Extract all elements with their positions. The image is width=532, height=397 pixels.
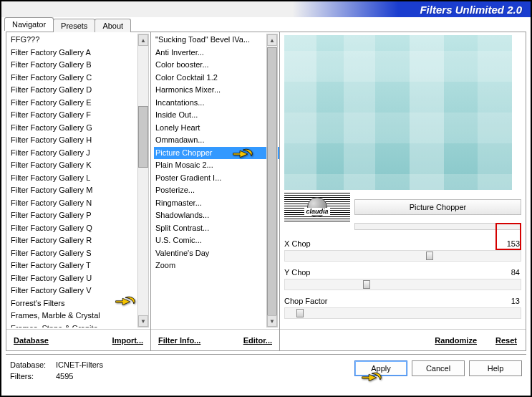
list-item[interactable]: Filter Factory Gallery C [9,72,150,85]
app-title: Filters Unlimited 2.0 [420,4,522,16]
list-item[interactable]: Filter Factory Gallery T [9,259,150,272]
scroll-thumb[interactable] [138,106,148,168]
list-item[interactable]: Zoom [154,259,279,272]
list-item[interactable]: Forrest's Filters [9,297,150,310]
list-item[interactable]: Split Contrast... [154,222,279,235]
filter-list[interactable]: "Sucking Toad" Bevel IVa...Anti Inverter… [154,34,279,327]
param-row: Y Chop84 [284,264,521,280]
list-item[interactable]: Filter Factory Gallery M [9,184,150,197]
filter-scrollbar[interactable]: ▲ ▼ [266,34,278,327]
param-row: Chop Factor13 [284,293,521,309]
tab-presets[interactable]: Presets [53,19,95,32]
tab-navigator[interactable]: Navigator [4,17,54,31]
editor-button[interactable]: Editor... [241,335,275,346]
current-filter-name: Picture Chopper [354,199,521,215]
scroll-down-icon[interactable]: ▼ [138,315,148,327]
status-filters-value: 4595 [56,372,73,381]
param-slider[interactable] [284,279,521,290]
list-item[interactable]: Filter Factory Gallery R [9,234,150,247]
status-db-value: ICNET-Filters [56,360,103,369]
list-item[interactable]: Inside Out... [154,109,279,122]
list-item[interactable]: Filter Factory Gallery E [9,97,150,110]
tab-about[interactable]: About [95,19,131,32]
list-item[interactable]: Filter Factory Gallery U [9,272,150,285]
list-item[interactable]: Anti Inverter... [154,47,279,59]
list-item[interactable]: Plain Mosaic 2... [154,159,279,172]
status-filters-label: Filters: [10,370,56,382]
list-item[interactable]: Filter Factory Gallery F [9,109,150,122]
list-item[interactable]: Filter Factory Gallery J [9,147,150,160]
list-item[interactable]: FFG??? [9,34,150,47]
category-scrollbar[interactable]: ▲ ▼ [137,34,149,327]
cancel-button[interactable]: Cancel [412,360,465,376]
param-label: X Chop [284,239,495,248]
category-column: FFG???Filter Factory Gallery AFilter Fac… [6,32,151,350]
param-value: 84 [495,268,521,277]
list-item[interactable]: Filter Factory Gallery S [9,247,150,260]
list-item[interactable]: U.S. Comic... [154,234,279,247]
main-panel: FFG???Filter Factory Gallery AFilter Fac… [6,32,526,351]
reset-button[interactable]: Reset [493,335,520,346]
list-item[interactable]: Poster Gradient I... [154,172,279,185]
scroll-up-icon[interactable]: ▲ [267,34,277,46]
status-db-label: Database: [10,359,56,370]
list-item[interactable]: Posterize... [154,184,279,197]
logo-text: claudia [304,208,329,215]
category-buttons: Database Import... [6,329,150,350]
list-item[interactable]: Filter Factory Gallery B [9,59,150,72]
scroll-thumb[interactable] [267,47,277,320]
list-item[interactable]: Frames, Marble & Crystal [9,310,150,322]
param-label: Y Chop [284,268,495,277]
list-item[interactable]: Filter Factory Gallery G [9,122,150,135]
list-item[interactable]: Incantations... [154,97,279,110]
list-item[interactable]: Color booster... [154,59,279,72]
filter-column: "Sucking Toad" Bevel IVa...Anti Inverter… [151,32,280,350]
list-item[interactable]: Filter Factory Gallery Q [9,222,150,235]
preview-buttons: Randomize Reset [280,329,526,350]
preview-column: claudia Picture Chopper X Chop153Y Chop8… [280,32,526,350]
scroll-down-icon[interactable]: ▼ [267,315,277,327]
list-item[interactable]: "Sucking Toad" Bevel IVa... [154,34,279,47]
list-item[interactable]: Harmonics Mixer... [154,84,279,97]
list-item[interactable]: Filter Factory Gallery D [9,84,150,97]
vendor-logo: claudia [284,193,350,221]
list-item[interactable]: Filter Factory Gallery N [9,197,150,210]
status-text: Database:ICNET-Filters Filters:4595 [6,356,107,385]
list-item[interactable]: Filter Factory Gallery K [9,159,150,172]
list-item[interactable]: Valentine's Day [154,247,279,260]
category-list[interactable]: FFG???Filter Factory Gallery AFilter Fac… [9,34,150,327]
param-row: X Chop153 [284,236,521,252]
list-item[interactable]: Filter Factory Gallery V [9,284,150,297]
filter-buttons: Filter Info... Editor... [151,329,279,350]
list-item[interactable]: Frames, Stone & Granite [9,322,150,328]
help-button[interactable]: Help [469,360,522,376]
randomize-button[interactable]: Randomize [432,335,480,346]
list-item[interactable]: Filter Factory Gallery H [9,134,150,147]
scroll-up-icon[interactable]: ▲ [138,34,148,46]
list-item[interactable]: Shadowlands... [154,209,279,222]
list-item[interactable]: Filter Factory Gallery A [9,47,150,59]
preview-image [284,35,512,190]
param-value: 13 [495,297,521,305]
list-item[interactable]: Ringmaster... [154,197,279,210]
import-button[interactable]: Import... [110,335,146,346]
list-item[interactable]: Picture Chopper [154,147,279,160]
param-slider[interactable] [284,307,521,319]
list-item[interactable]: Filter Factory Gallery P [9,209,150,222]
param-label: Chop Factor [284,297,495,305]
bottom-bar: Database:ICNET-Filters Filters:4595 Appl… [6,354,526,393]
apply-button[interactable]: Apply [354,360,407,376]
title-bar: Filters Unlimited 2.0 [1,1,531,17]
database-button[interactable]: Database [11,335,52,346]
parameter-panel: X Chop153Y Chop84Chop Factor13 [284,236,521,322]
param-slider[interactable] [284,250,521,262]
filter-info-button[interactable]: Filter Info... [155,335,203,346]
list-item[interactable]: Lonely Heart [154,122,279,135]
list-item[interactable]: Filter Factory Gallery L [9,172,150,185]
list-item[interactable]: Color Cocktail 1.2 [154,72,279,85]
list-item[interactable]: Ommadawn... [154,134,279,147]
annotation-highlight [495,223,521,250]
tab-strip: Navigator Presets About [4,17,130,31]
